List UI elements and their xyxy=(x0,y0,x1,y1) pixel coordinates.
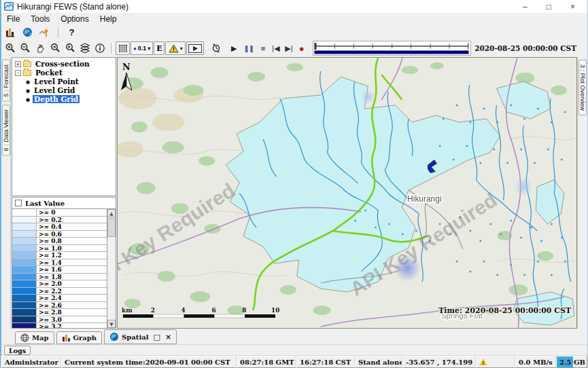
tree-item-level-point[interactable]: Level Point xyxy=(33,77,80,86)
legend-row: >= 1.4 xyxy=(12,259,107,267)
minimize-button[interactable]: – xyxy=(523,2,528,12)
layers-icon[interactable] xyxy=(77,41,92,55)
scroll-thumb[interactable] xyxy=(107,218,116,237)
timeseries-display-icon[interactable] xyxy=(37,26,52,39)
last-value-label: Last Value xyxy=(25,200,65,207)
svg-text:km: km xyxy=(122,307,133,314)
legend-swatch xyxy=(12,316,37,323)
movie-export-button[interactable] xyxy=(186,41,204,55)
legend-row: >= 1.0 xyxy=(12,245,107,253)
legend-row: >= 0.2 xyxy=(12,217,107,224)
tree-item-cross-section[interactable]: Cross-section xyxy=(34,60,91,68)
main-toolbar: ? xyxy=(1,25,587,39)
zoom-in-icon[interactable] xyxy=(3,41,17,55)
status-memory[interactable]: 2.5 GB xyxy=(556,356,587,368)
threshold-dot-icon: ● xyxy=(133,45,137,52)
help-label: ? xyxy=(69,27,75,37)
app-window: Hikurangi FEWS (Stand alone) – □ × File … xyxy=(0,0,588,368)
grid-display-button[interactable] xyxy=(116,41,130,55)
legend-swatch xyxy=(12,245,37,252)
tree-row: ● Level Grid xyxy=(12,86,116,94)
tree-item-pocket[interactable]: Pocket xyxy=(34,69,64,77)
fews-app-icon xyxy=(4,2,14,11)
map-display-icon[interactable] xyxy=(20,26,35,39)
step-forward-button[interactable]: ▶| xyxy=(284,44,294,53)
menu-options[interactable]: Options xyxy=(55,14,94,24)
bar-chart-icon xyxy=(62,334,71,342)
menu-help[interactable]: Help xyxy=(94,14,122,24)
status-bar: Administrator Current system time:2020-0… xyxy=(1,356,587,368)
toolbar-separator xyxy=(58,27,58,38)
timeline-thumb[interactable] xyxy=(314,43,316,50)
spatial-map[interactable]: API Key Required API Key Required N Hiku… xyxy=(117,57,577,329)
toolbar-separator xyxy=(111,43,111,54)
logs-row: Logs xyxy=(1,344,587,356)
legend-label: >= 1.6 xyxy=(37,266,107,273)
maximize-button[interactable]: □ xyxy=(547,2,551,12)
legend-row: >= 3.2 xyxy=(12,323,107,328)
legend-row: >= 0.6 xyxy=(12,231,107,238)
close-button[interactable]: × xyxy=(570,2,575,12)
forecast-manager-icon[interactable] xyxy=(3,26,18,39)
warning-dropdown[interactable]: ▾ xyxy=(165,41,186,55)
status-mode: Stand alone xyxy=(355,356,402,368)
status-gmt-time: 08:27:18 GMT xyxy=(237,356,296,368)
tab-close-icon[interactable]: × xyxy=(165,333,171,342)
pause-button[interactable]: ❚❚ xyxy=(243,45,254,52)
expander-icon[interactable]: + xyxy=(15,61,21,67)
step-back-button[interactable]: |◀ xyxy=(271,44,281,53)
last-value-checkbox[interactable] xyxy=(15,200,22,206)
legend-classes: >= 0 >= 0.2 >= 0.4 >= 0.6 >= 0.8 >= 1.0 … xyxy=(12,209,107,328)
scroll-down-icon[interactable]: ▼ xyxy=(107,320,116,328)
legend-label: >= 1.0 xyxy=(37,245,107,252)
legend-label: >= 0.8 xyxy=(37,238,107,244)
legend-label: >= 0.6 xyxy=(37,231,107,238)
labels-toggle-button[interactable]: E xyxy=(154,41,165,55)
map-toolbar: ● 0.1 ▾ E ▾ ▶ ❚❚ ■ |◀ ▶| ● xyxy=(1,39,587,57)
legend-row: >= 2.8 xyxy=(12,309,107,316)
legend-label: >= 0.4 xyxy=(37,223,107,230)
timeline-slider[interactable] xyxy=(313,41,471,56)
record-button[interactable]: ● xyxy=(297,43,307,54)
stop-button[interactable]: ■ xyxy=(258,44,268,52)
tab-map[interactable]: Map xyxy=(15,331,54,344)
expander-icon[interactable]: - xyxy=(15,70,21,76)
zoom-previous-icon[interactable] xyxy=(48,41,62,55)
tab-graph[interactable]: Graph xyxy=(56,331,103,344)
tab-data-viewer[interactable]: 6 : Data Viewer xyxy=(2,105,10,155)
play-button[interactable]: ▶ xyxy=(229,44,239,53)
legend-row: >= 0.4 xyxy=(12,223,107,231)
legend-swatch xyxy=(12,231,37,238)
legend-scrollbar[interactable]: ▲ ▼ xyxy=(107,209,116,328)
menu-file[interactable]: File xyxy=(1,14,25,24)
tab-forecast[interactable]: 5 : Forecast xyxy=(2,60,10,102)
tree-item-level-grid[interactable]: Level Grid xyxy=(33,86,76,94)
help-button[interactable]: ? xyxy=(65,26,79,39)
zoom-out-icon[interactable] xyxy=(18,41,32,55)
menu-bar: File Tools Options Help xyxy=(1,13,587,25)
threshold-dropdown[interactable]: ● 0.1 ▾ xyxy=(131,41,153,55)
legend-swatch xyxy=(12,252,37,259)
scroll-up-icon[interactable]: ▲ xyxy=(107,209,116,217)
pan-hand-icon[interactable] xyxy=(33,41,47,55)
tab-restore-icon[interactable]: □ xyxy=(154,333,160,342)
logs-button[interactable]: Logs xyxy=(4,346,31,355)
info-icon[interactable] xyxy=(92,41,107,55)
menu-tools[interactable]: Tools xyxy=(25,14,55,24)
animation-settings-icon[interactable] xyxy=(209,41,223,55)
tab-map-label: Map xyxy=(32,334,49,342)
legend-swatch xyxy=(12,259,37,266)
data-viewer-panel: + Cross-section - Pocket ● Level Point ●… xyxy=(11,57,117,329)
tree-item-depth-grid[interactable]: Depth Grid xyxy=(33,95,80,103)
filter-tree: + Cross-section - Pocket ● Level Point ●… xyxy=(12,57,116,196)
title-bar: Hikurangi FEWS (Stand alone) – □ × xyxy=(1,0,587,13)
legend-label: >= 2.6 xyxy=(37,302,107,309)
legend-label: >= 2.8 xyxy=(37,309,107,316)
blue-globe-icon xyxy=(109,332,119,342)
tab-spatial[interactable]: Spatial □ × xyxy=(104,329,177,344)
status-warning[interactable] xyxy=(476,356,515,368)
legend-label: >= 0 xyxy=(37,209,107,216)
legend-row: >= 1.6 xyxy=(12,266,107,274)
tab-plot-overview[interactable]: 3 : Plot Overview xyxy=(578,60,587,115)
zoom-next-icon[interactable] xyxy=(63,41,77,55)
